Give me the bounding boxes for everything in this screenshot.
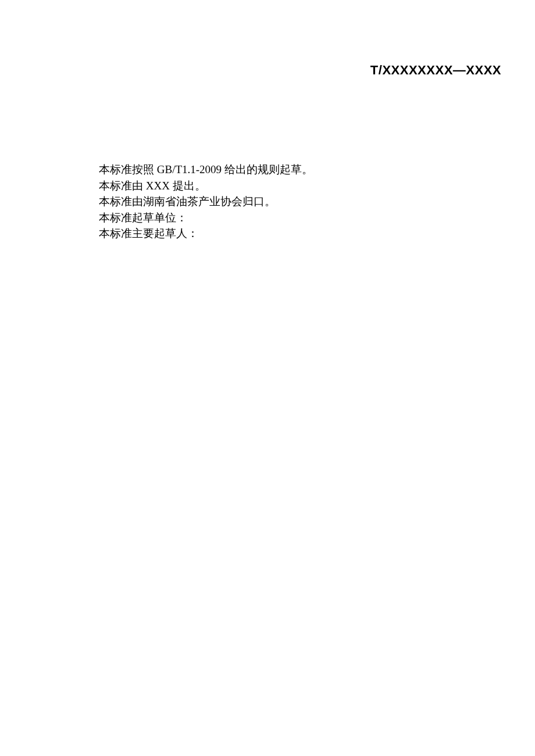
foreword-line-drafting-rule: 本标准按照 GB/T1.1-2009 给出的规则起草。 xyxy=(77,162,461,178)
standard-code-header: T/XXXXXXXX—XXXX xyxy=(370,63,501,78)
foreword-line-proposed-by: 本标准由 XXX 提出。 xyxy=(77,178,461,194)
foreword-line-jurisdiction: 本标准由湖南省油茶产业协会归口。 xyxy=(77,194,461,210)
foreword-line-main-drafters: 本标准主要起草人： xyxy=(77,225,461,242)
foreword-line-drafting-unit: 本标准起草单位： xyxy=(77,210,461,226)
foreword-content: 本标准按照 GB/T1.1-2009 给出的规则起草。 本标准由 XXX 提出。… xyxy=(77,162,461,242)
